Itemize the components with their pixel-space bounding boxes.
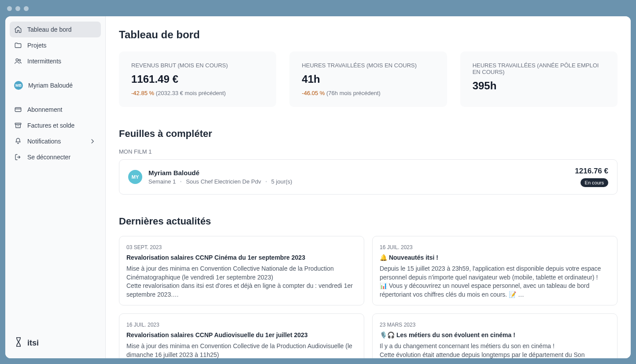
window-controls: [0, 4, 636, 16]
user-avatar-icon: MB: [14, 81, 23, 90]
stat-value: 1161.49 €: [131, 73, 264, 85]
sheet-meta: Semaine 1 Sous Chef Electricien De Pdv 5…: [148, 178, 569, 185]
sidebar-user-name: Myriam Baloudé: [28, 82, 73, 89]
stat-label: HEURES TRAVAILLÉES (ANNÉE PÔLE EMPLOI EN…: [473, 62, 605, 75]
window-close-dot[interactable]: [7, 6, 12, 11]
sidebar: Tableau de bord Projets Intermittents MB…: [5, 16, 106, 358]
sheets-section-title: Feuilles à compléter: [119, 128, 618, 140]
users-icon: [14, 57, 22, 65]
sheet-week: Semaine 1: [148, 178, 176, 185]
news-date: 16 JUIL. 2023: [380, 244, 610, 250]
news-date: 23 MARS 2023: [380, 322, 610, 328]
sidebar-item-user[interactable]: MB Myriam Baloudé: [10, 77, 101, 94]
sidebar-item-subscription[interactable]: Abonnement: [10, 102, 101, 118]
stat-card-hours-year: HEURES TRAVAILLÉES (ANNÉE PÔLE EMPLOI EN…: [460, 51, 618, 107]
news-section-title: Dernières actualités: [119, 216, 618, 227]
credit-card-icon: [14, 106, 22, 114]
folder-icon: [14, 41, 22, 49]
chevron-right-icon: [89, 137, 96, 145]
sidebar-item-invoices[interactable]: Factures et solde: [10, 118, 101, 133]
stat-card-revenue: REVENUS BRUT (MOIS EN COURS) 1161.49 € -…: [119, 51, 276, 107]
news-card[interactable]: 16 JUIL. 2023 Revalorisation salaires CC…: [119, 313, 364, 358]
meta-separator-icon: [180, 181, 181, 182]
sidebar-brand: itsi: [10, 332, 101, 353]
hourglass-icon: [14, 336, 23, 349]
stat-prev: (76h mois précédent): [326, 90, 381, 96]
stat-change: -42.85 % (2032.33 € mois précédent): [131, 90, 264, 96]
stat-change: -46.05 % (76h mois précédent): [302, 90, 434, 96]
svg-point-0: [16, 59, 18, 61]
sidebar-item-label: Intermittents: [27, 58, 61, 65]
page-title: Tableau de bord: [119, 29, 618, 41]
stat-card-hours-month: HEURES TRAVAILLÉES (MOIS EN COURS) 41h -…: [289, 51, 447, 107]
stat-value: 41h: [302, 73, 434, 85]
sidebar-divider: [10, 94, 101, 102]
home-icon: [14, 26, 22, 33]
news-body: Mise à jour des minima en Convention Col…: [126, 265, 357, 299]
stat-pct: -42.85 %: [131, 90, 154, 96]
stat-pct: -46.05 %: [302, 90, 325, 96]
news-title: 🎙️🎧 Les métiers du son évoluent en ciném…: [380, 331, 610, 338]
main-content: Tableau de bord REVENUS BRUT (MOIS EN CO…: [106, 16, 631, 358]
svg-rect-3: [15, 123, 21, 125]
news-card[interactable]: 23 MARS 2023 🎙️🎧 Les métiers du son évol…: [372, 313, 618, 358]
sidebar-item-dashboard[interactable]: Tableau de bord: [10, 22, 101, 37]
news-body: Mise à jour des minima en Convention Col…: [126, 342, 357, 358]
sheet-avatar-icon: MY: [128, 170, 142, 184]
brand-text: itsi: [27, 338, 39, 348]
sidebar-item-notifications[interactable]: Notifications: [10, 133, 101, 149]
news-date: 03 SEPT. 2023: [126, 244, 357, 250]
window-chrome: Tableau de bord Projets Intermittents MB…: [0, 0, 636, 364]
news-card[interactable]: 16 JUIL. 2023 🔔 Nouveautés itsi ! Depuis…: [372, 236, 618, 305]
sidebar-item-logout[interactable]: Se déconnecter: [10, 149, 101, 165]
stat-prev: (2032.33 € mois précédent): [156, 90, 226, 96]
stats-row: REVENUS BRUT (MOIS EN COURS) 1161.49 € -…: [119, 51, 618, 107]
sheet-person-name: Myriam Baloudé: [148, 169, 569, 176]
svg-point-1: [19, 59, 21, 61]
news-body: Il y a du changement concernant les méti…: [380, 342, 610, 358]
app-container: Tableau de bord Projets Intermittents MB…: [5, 16, 631, 358]
sidebar-item-label: Tableau de bord: [27, 26, 71, 33]
news-grid: 03 SEPT. 2023 Revalorisation salaires CC…: [119, 236, 618, 358]
sheet-info: Myriam Baloudé Semaine 1 Sous Chef Elect…: [148, 169, 569, 185]
stat-label: REVENUS BRUT (MOIS EN COURS): [131, 62, 264, 69]
sheets-project-name: MON FILM 1: [119, 148, 618, 155]
news-title: Revalorisation salaires CCNP Cinéma du 1…: [126, 254, 357, 261]
sheet-right: 1216.76 € En cours: [575, 167, 608, 187]
window-minimize-dot[interactable]: [15, 6, 20, 11]
bell-icon: [14, 137, 22, 145]
news-title: 🔔 Nouveautés itsi !: [380, 254, 610, 261]
sidebar-item-intermittents[interactable]: Intermittents: [10, 53, 101, 69]
sidebar-item-label: Projets: [27, 42, 47, 49]
sidebar-item-projects[interactable]: Projets: [10, 37, 101, 53]
sidebar-item-label: Notifications: [27, 138, 61, 145]
sidebar-divider: [10, 69, 101, 77]
status-badge: En cours: [581, 178, 608, 187]
news-title: Revalorisation salaires CCNP Audiovisuel…: [126, 331, 357, 338]
sidebar-item-label: Abonnement: [27, 106, 62, 113]
window-maximize-dot[interactable]: [24, 6, 29, 11]
svg-rect-2: [15, 108, 21, 112]
sidebar-item-label: Se déconnecter: [27, 154, 70, 161]
meta-separator-icon: [266, 181, 267, 182]
sheet-days: 5 jour(s): [271, 178, 292, 185]
sheet-amount: 1216.76 €: [575, 167, 608, 176]
archive-icon: [14, 121, 22, 129]
stat-label: HEURES TRAVAILLÉES (MOIS EN COURS): [302, 62, 434, 69]
news-card[interactable]: 03 SEPT. 2023 Revalorisation salaires CC…: [119, 236, 364, 305]
stat-value: 395h: [473, 80, 605, 92]
news-body: Depuis le 15 juillet 2023 à 23h59, l'app…: [380, 265, 610, 299]
logout-icon: [14, 153, 22, 161]
sheet-card[interactable]: MY Myriam Baloudé Semaine 1 Sous Chef El…: [119, 159, 618, 195]
news-date: 16 JUIL. 2023: [126, 322, 357, 328]
sidebar-item-label: Factures et solde: [27, 122, 74, 129]
sheet-role: Sous Chef Electricien De Pdv: [186, 178, 261, 185]
